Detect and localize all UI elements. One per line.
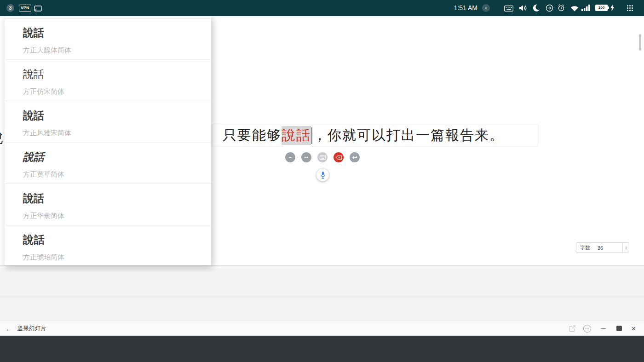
clock: 1:51 AM [437, 0, 477, 16]
alarm-icon[interactable] [558, 4, 565, 13]
window-title: 坚果幻灯片 [17, 321, 46, 336]
status-bar: 3 VPN 1:51 AM 100 [0, 0, 644, 16]
text-before: 只要能够 [223, 126, 282, 145]
font-option[interactable]: 說話 方正大魏体简体 [5, 18, 211, 60]
vertical-scrollbar[interactable] [639, 34, 641, 51]
font-name: 方正仿宋简体 [23, 87, 211, 96]
font-dropdown-panel: 說話 方正大魏体简体 說話 方正仿宋简体 說話 方正风雅宋简体 說話 方正黄草简… [5, 16, 211, 265]
screen: 3 VPN 1:51 AM 100 說 只要能够說話，你就可以打出一篇報告来。 … [0, 0, 644, 362]
font-preview: 說話 [23, 233, 211, 247]
dock [0, 336, 644, 362]
back-arrow-icon[interactable] [6, 321, 12, 336]
window-title-bar: 坚果幻灯片 [0, 321, 644, 336]
font-name: 方正黄草简体 [23, 170, 211, 179]
voice-minimize-button[interactable] [285, 152, 295, 162]
keyboard-icon[interactable] [504, 5, 513, 13]
word-count-value: 36 [598, 245, 622, 251]
format-toolbar: 正文 更新 宋体 11pt 1.0 0.0 [0, 265, 644, 297]
app-grid-icon[interactable] [627, 5, 633, 13]
font-option[interactable]: 說話 方正风雅宋简体 [5, 101, 211, 143]
word-count-label: 字数 [576, 244, 590, 251]
do-not-disturb-moon-icon[interactable] [533, 4, 540, 13]
font-preview: 說話 [23, 109, 211, 123]
charging-bolt-icon [610, 5, 614, 13]
wifi-icon[interactable] [570, 5, 579, 13]
voice-keyboard-button[interactable] [317, 152, 328, 162]
signal-bars-icon[interactable] [581, 5, 591, 13]
battery-indicator[interactable]: 100 [595, 5, 608, 11]
minimize-icon[interactable] [601, 321, 606, 336]
data-sync-icon[interactable] [546, 4, 553, 14]
document-text-line[interactable]: 只要能够說話，你就可以打出一篇報告来。 [212, 125, 538, 146]
vpn-badge: VPN [19, 5, 31, 11]
notification-badge[interactable]: 3 [6, 4, 14, 12]
font-preview: 說話 [23, 26, 211, 40]
clipped-text-fragment: 說 [0, 128, 4, 145]
font-preview: 說話 [23, 67, 211, 81]
voice-backspace-button[interactable] [334, 152, 344, 162]
text-highlighted: 說話 [282, 126, 311, 145]
font-option[interactable]: 說話 方正华隶简体 [5, 184, 211, 225]
app-toolbar: 文件 显示 393% 缩放 查找与替换 撤销 重做 目录 文本 [0, 297, 644, 321]
status-collapse-icon[interactable] [482, 4, 490, 12]
font-preview: 說話 [23, 150, 211, 164]
text-caret [311, 127, 312, 144]
font-option[interactable]: 說話 方正琥珀简体 [5, 225, 211, 265]
font-preview: 說話 [23, 191, 211, 206]
stepper-icon[interactable] [622, 243, 629, 253]
volume-icon[interactable] [519, 5, 527, 13]
font-name: 方正琥珀简体 [23, 253, 211, 262]
microphone-button[interactable] [316, 169, 329, 181]
screen-cast-icon[interactable] [34, 5, 42, 13]
close-icon[interactable] [631, 321, 636, 336]
text-after: ，你就可以打出一篇報告来。 [313, 126, 504, 145]
font-option[interactable]: 說話 方正黄草简体 [5, 143, 211, 184]
window-menu-icon[interactable] [583, 325, 591, 333]
voice-pause-button[interactable] [301, 152, 311, 162]
font-name: 方正大魏体简体 [23, 46, 211, 55]
font-name: 方正风雅宋简体 [23, 129, 211, 138]
font-name: 方正华隶简体 [23, 212, 211, 220]
font-option[interactable]: 說話 方正仿宋简体 [5, 60, 211, 101]
word-count-control[interactable]: 字数 36 [576, 242, 629, 253]
maximize-icon[interactable] [616, 326, 622, 331]
share-icon[interactable] [569, 325, 576, 334]
voice-enter-button[interactable] [350, 152, 360, 162]
